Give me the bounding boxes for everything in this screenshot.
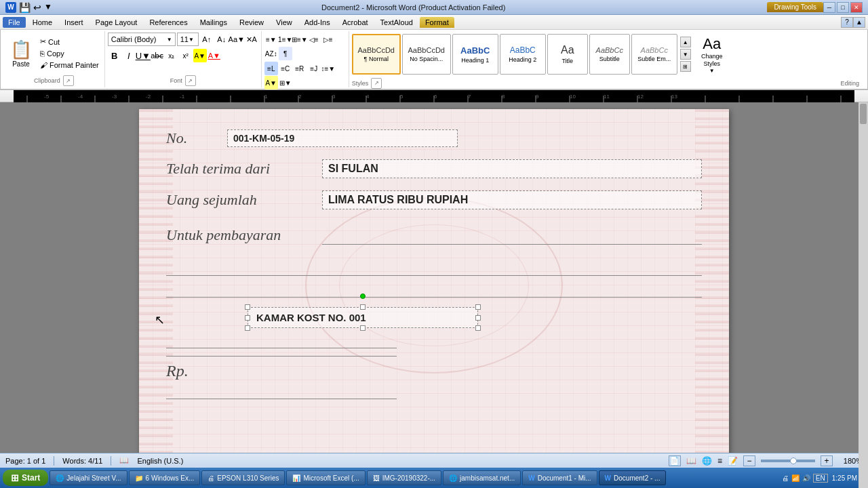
taskbar-epson[interactable]: 🖨 EPSON L310 Series [201, 470, 285, 485]
align-center-button[interactable]: ≡C [279, 62, 292, 75]
rotation-handle[interactable] [360, 293, 366, 299]
styles-scroll-up[interactable]: ▲ [680, 37, 691, 47]
menu-mailings[interactable]: Mailings [195, 17, 233, 28]
cut-button[interactable]: ✂ Cut [37, 36, 102, 47]
numbered-list-button[interactable]: 1≡▼ [279, 33, 292, 46]
menu-home[interactable]: Home [27, 17, 58, 28]
styles-scroll-down[interactable]: ▼ [680, 49, 691, 60]
view-reading-btn[interactable]: 📖 [686, 456, 696, 466]
handle-tl[interactable] [245, 304, 250, 310]
superscript-button[interactable]: x² [179, 49, 193, 62]
doc-scroll-area[interactable]: No. 001-KM-05-19 Telah terima dari SI FU… [0, 102, 868, 488]
border-button[interactable]: ⊞▼ [279, 76, 292, 89]
menu-view[interactable]: View [271, 17, 298, 28]
style-heading1[interactable]: AaBbC Heading 1 [452, 34, 498, 75]
multilevel-list-button[interactable]: ⊞≡▼ [293, 33, 307, 46]
zoom-out-btn[interactable]: − [743, 455, 755, 466]
uang-field[interactable]: LIMA RATUS RIBU RUPIAH [322, 190, 702, 209]
menu-addins[interactable]: Add-Ins [299, 17, 336, 28]
clipboard-expand[interactable]: ↗ [63, 75, 74, 86]
indent-increase-button[interactable]: ▷≡ [321, 33, 335, 46]
taskbar-doc1[interactable]: W Document1 - Mi... [522, 470, 597, 485]
quick-access-undo[interactable]: ↩ [33, 2, 41, 13]
line-spacing-button[interactable]: ↕≡▼ [321, 62, 335, 75]
shading-button[interactable]: A▼ [264, 76, 278, 89]
handle-tm[interactable] [360, 304, 366, 310]
terima-field[interactable]: SI FULAN [322, 159, 702, 178]
kost-textbox-wrapper[interactable]: KAMAR KOST NO. 001 [248, 307, 478, 328]
justify-button[interactable]: ≡J [307, 62, 321, 75]
no-field[interactable]: 001-KM-05-19 [227, 129, 458, 147]
menu-format[interactable]: Format [420, 17, 454, 28]
taskbar-jambi[interactable]: 🌐 jambisamsat.net... [443, 470, 521, 485]
taskbar-windows-explorer[interactable]: 📁 6 Windows Ex... [129, 470, 201, 485]
minimize-btn[interactable]: ─ [823, 2, 835, 13]
quick-access-customize[interactable]: ▼ [44, 2, 52, 13]
menu-references[interactable]: References [144, 17, 193, 28]
subscript-button[interactable]: x₂ [165, 49, 178, 62]
handle-tr[interactable] [475, 304, 481, 310]
menu-review[interactable]: Review [234, 17, 269, 28]
ribbon-minimize-btn[interactable]: ▲ [853, 17, 865, 28]
style-normal[interactable]: AaBbCcDd ¶ Normal [352, 34, 401, 75]
shrink-font-button[interactable]: A↓ [215, 33, 229, 46]
zoom-slider[interactable] [761, 460, 815, 462]
menu-file[interactable]: File [3, 17, 26, 28]
close-btn[interactable]: ✕ [850, 2, 863, 13]
grow-font-button[interactable]: A↑ [200, 33, 214, 46]
styles-expand-btn[interactable]: ↗ [371, 78, 382, 89]
font-name-select[interactable]: Calibri (Body) ▼ [108, 33, 176, 46]
quick-access-save[interactable]: 💾 [19, 2, 31, 13]
change-styles-button[interactable]: Aа Change Styles ▼ [692, 33, 732, 77]
handle-bm[interactable] [360, 325, 366, 331]
format-painter-button[interactable]: 🖌 Format Painter [37, 60, 102, 70]
menu-insert[interactable]: Insert [59, 17, 89, 28]
underline-button[interactable]: U▼ [136, 49, 150, 62]
style-subtitle[interactable]: AaBbCc Subtitle [589, 34, 630, 75]
view-outline-btn[interactable]: ≡ [717, 456, 722, 466]
handle-bl[interactable] [245, 325, 250, 331]
taskbar-img[interactable]: 🖼 IMG-20190322-... [367, 470, 441, 485]
bullet-list-button[interactable]: ≡▼ [264, 33, 278, 46]
help-btn[interactable]: ? [841, 17, 853, 28]
align-right-button[interactable]: ≡R [293, 62, 307, 75]
menu-textaloud[interactable]: TextAloud [375, 17, 418, 28]
handle-ml[interactable] [245, 315, 250, 321]
menu-acrobat[interactable]: Acrobat [337, 17, 374, 28]
paste-button[interactable]: 📋 Paste [6, 33, 36, 74]
style-heading2[interactable]: AaBbC Heading 2 [500, 34, 546, 75]
view-normal-btn[interactable]: 📄 [669, 455, 681, 466]
strikethrough-button[interactable]: ab̶c̶ [151, 49, 164, 62]
maximize-btn[interactable]: □ [837, 2, 849, 13]
style-subtle-em[interactable]: AaBbCc Subtle Em... [631, 34, 677, 75]
style-no-spacing[interactable]: AaBbCcDd No Spacin... [402, 34, 451, 75]
view-draft-btn[interactable]: 📝 [728, 456, 738, 466]
taskbar-excel[interactable]: 📊 Microsoft Excel (... [286, 470, 365, 485]
view-web-btn[interactable]: 🌐 [702, 456, 712, 466]
vertical-scrollbar[interactable] [859, 102, 868, 488]
style-title[interactable]: Aa Title [547, 34, 588, 75]
highlight-button[interactable]: A▼ [193, 49, 207, 62]
change-case-button[interactable]: Aa▼ [230, 33, 243, 46]
menu-page-layout[interactable]: Page Layout [90, 17, 143, 28]
styles-expand[interactable]: ⊞ [680, 61, 691, 72]
taskbar-doc2[interactable]: W Document2 - ... [599, 470, 667, 485]
start-button[interactable]: ⊞ Start [3, 470, 48, 486]
bold-button[interactable]: B [108, 49, 121, 62]
sort-button[interactable]: AZ↕ [264, 47, 278, 60]
handle-mr[interactable] [475, 315, 481, 321]
spell-check-icon[interactable]: 📖 [119, 456, 129, 465]
copy-button[interactable]: ⎘ Copy [37, 48, 102, 59]
font-color-button[interactable]: A▼ [208, 49, 221, 62]
show-marks-button[interactable]: ¶ [279, 47, 292, 60]
font-size-select[interactable]: 11 ▼ [177, 33, 199, 46]
handle-br[interactable] [475, 325, 481, 331]
clear-format-button[interactable]: ✕A [245, 33, 258, 46]
zoom-in-btn[interactable]: + [821, 455, 833, 466]
align-left-button[interactable]: ≡L [264, 62, 278, 75]
indent-decrease-button[interactable]: ◁≡ [307, 33, 321, 46]
italic-button[interactable]: I [122, 49, 136, 62]
svg-text:3: 3 [332, 94, 336, 100]
font-expand[interactable]: ↗ [185, 75, 196, 86]
taskbar-jelajahi[interactable]: 🌐 Jelajahi Street V... [50, 470, 127, 485]
